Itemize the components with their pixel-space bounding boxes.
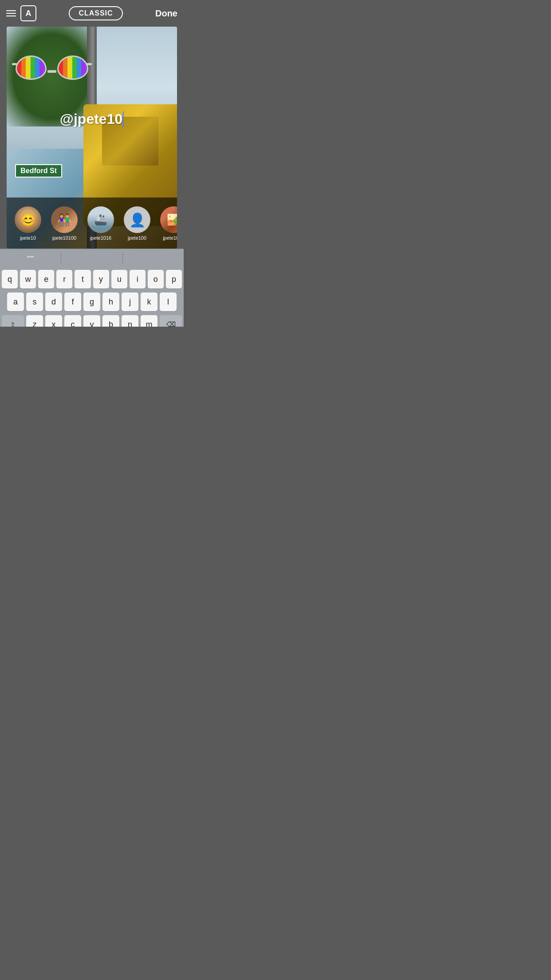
avatar-0: [15, 206, 41, 233]
key-w[interactable]: w: [20, 270, 36, 288]
key-s[interactable]: s: [26, 292, 43, 311]
photo-background: Bedford St @jpete10 jpete10 👫: [7, 27, 177, 249]
keyboard-row-2: a s d f g h j k l: [2, 292, 182, 311]
key-r[interactable]: r: [56, 270, 72, 288]
top-bar: A CLASSIC Done: [0, 0, 184, 27]
key-g[interactable]: g: [83, 292, 100, 311]
key-t[interactable]: t: [75, 270, 91, 288]
key-k[interactable]: k: [141, 292, 157, 311]
street-sign: Bedford St: [15, 164, 62, 178]
suggestion-item-3[interactable]: jpete100: [119, 206, 155, 241]
key-m[interactable]: m: [141, 315, 157, 327]
key-l[interactable]: l: [160, 292, 177, 311]
key-d[interactable]: d: [45, 292, 62, 311]
mention-text-overlay[interactable]: @jpete10: [60, 111, 124, 127]
key-z[interactable]: z: [26, 315, 43, 327]
key-i[interactable]: i: [130, 270, 146, 288]
divider-2: [122, 253, 123, 263]
suggestion-item-0[interactable]: jpete10: [10, 206, 46, 241]
keyboard: q w e r t y u i o p a s d f g h j k l ⇧ …: [0, 267, 184, 327]
suggestion-name-4: jpete10.jp: [163, 235, 177, 241]
lens-right: [57, 55, 88, 80]
key-x[interactable]: x: [45, 315, 62, 327]
key-u[interactable]: u: [111, 270, 127, 288]
avatar-4: 🏜️: [160, 206, 177, 233]
key-e[interactable]: e: [38, 270, 54, 288]
delete-key[interactable]: ⌫: [160, 315, 182, 327]
menu-button[interactable]: [6, 10, 16, 16]
key-n[interactable]: n: [122, 315, 138, 327]
key-c[interactable]: c: [64, 315, 81, 327]
keyboard-row-3: ⇧ z x c v b n m ⌫: [2, 315, 182, 327]
suggestion-name-2: jpete1016: [90, 235, 111, 241]
avatar-1: 👫: [51, 206, 78, 233]
suggestion-name-1: jpete10100: [52, 235, 76, 241]
sunglasses-frame: [12, 53, 92, 89]
key-a[interactable]: a: [7, 292, 24, 311]
key-p[interactable]: p: [166, 270, 182, 288]
bridge: [47, 70, 56, 73]
mention-value: @jpete10: [60, 111, 122, 127]
key-o[interactable]: o: [148, 270, 164, 288]
done-button[interactable]: Done: [155, 8, 177, 19]
key-h[interactable]: h: [102, 292, 119, 311]
image-area: Bedford St @jpete10 jpete10 👫: [7, 27, 177, 249]
autocomplete-word-1[interactable]: """: [0, 254, 61, 262]
suggestion-name-3: jpete100: [128, 235, 146, 241]
key-v[interactable]: v: [83, 315, 100, 327]
font-button[interactable]: A: [20, 5, 36, 21]
delete-icon: ⌫: [166, 320, 176, 327]
avatar-3: [124, 206, 150, 233]
sunglasses-sticker[interactable]: [12, 53, 92, 89]
divider-1: [61, 253, 61, 263]
autocomplete-bar: """: [0, 249, 184, 267]
avatar-2: 🚢: [87, 206, 114, 233]
key-q[interactable]: q: [2, 270, 18, 288]
user-suggestions-strip: jpete10 👫 jpete10100 🚢 jpete1016 jpete10…: [7, 198, 177, 249]
shift-key[interactable]: ⇧: [2, 315, 24, 327]
suggestion-item-1[interactable]: 👫 jpete10100: [47, 206, 82, 241]
keyboard-row-1: q w e r t y u i o p: [2, 270, 182, 288]
key-b[interactable]: b: [102, 315, 119, 327]
suggestion-item-4[interactable]: 🏜️ jpete10.jp: [156, 206, 177, 241]
key-f[interactable]: f: [64, 292, 81, 311]
suggestion-name-0: jpete10: [20, 235, 36, 241]
text-cursor: [123, 111, 124, 127]
suggestion-item-2[interactable]: 🚢 jpete1016: [83, 206, 118, 241]
key-j[interactable]: j: [122, 292, 138, 311]
key-y[interactable]: y: [93, 270, 109, 288]
lens-left: [16, 55, 47, 80]
classic-button[interactable]: CLASSIC: [69, 6, 122, 20]
